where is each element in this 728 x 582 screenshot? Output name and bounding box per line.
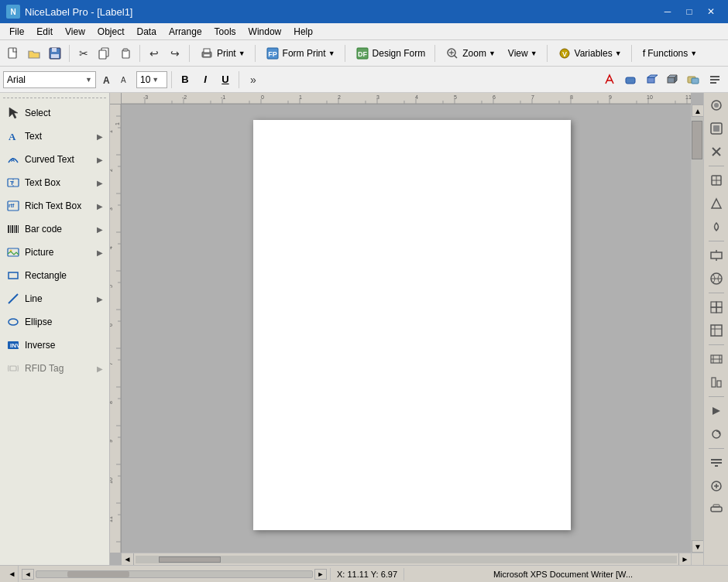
rp-btn-6[interactable] bbox=[706, 216, 727, 238]
format-extra-button[interactable] bbox=[705, 70, 725, 90]
view-dropdown-icon[interactable]: ▼ bbox=[531, 50, 537, 57]
shape3d-button[interactable] bbox=[641, 70, 661, 90]
menu-window[interactable]: Window bbox=[242, 25, 288, 39]
rp-btn-5[interactable] bbox=[706, 193, 727, 214]
maximize-button[interactable]: □ bbox=[678, 4, 700, 19]
rp-btn-10[interactable] bbox=[706, 320, 727, 341]
tool-rfid[interactable]: RFID Tag ▶ bbox=[0, 357, 109, 380]
font-size-input[interactable]: 10 ▼ bbox=[136, 71, 167, 88]
rp-btn-11[interactable] bbox=[706, 348, 727, 370]
menu-view[interactable]: View bbox=[59, 25, 91, 39]
font-selector[interactable]: Arial ▼ bbox=[3, 71, 96, 88]
ellipse-icon bbox=[6, 315, 20, 329]
close-button[interactable]: ✕ bbox=[700, 4, 722, 19]
tool-rectangle[interactable]: Rectangle bbox=[0, 264, 109, 287]
tool-text[interactable]: A Text ▶ bbox=[0, 125, 109, 148]
rp-btn-3[interactable] bbox=[706, 141, 727, 163]
copy-button[interactable] bbox=[94, 43, 115, 63]
rp-btn-2[interactable] bbox=[706, 118, 727, 139]
menu-edit[interactable]: Edit bbox=[30, 25, 59, 39]
tool-picture[interactable]: Picture ▶ bbox=[0, 241, 109, 264]
tool-inverse[interactable]: INV Inverse bbox=[0, 334, 109, 357]
hscroll-btn-right[interactable]: ► bbox=[314, 569, 327, 580]
form-print-button[interactable]: FP Form Print ▼ bbox=[259, 43, 341, 64]
menu-arrange[interactable]: Arrange bbox=[163, 25, 208, 39]
text-style-aa-button[interactable]: A bbox=[99, 71, 116, 88]
effect3d-button[interactable] bbox=[662, 70, 682, 90]
variables-button[interactable]: V Variables ▼ bbox=[551, 43, 627, 64]
toolbar-main: ✂ ↩ ↪ Print ▼ FP Form Print ▼ DF Design … bbox=[0, 40, 728, 67]
functions-button[interactable]: f Functions ▼ bbox=[636, 43, 705, 63]
tool-barcode[interactable]: Bar code ▶ bbox=[0, 217, 109, 241]
hscroll-btn-left[interactable]: ◄ bbox=[22, 569, 34, 580]
tool-text-box[interactable]: T Text Box ▶ bbox=[0, 171, 109, 194]
hscroll-track-status[interactable] bbox=[36, 570, 313, 578]
rp-btn-14[interactable] bbox=[706, 423, 727, 445]
zoom-button[interactable]: Zoom ▼ bbox=[439, 43, 501, 64]
hscroll-track[interactable] bbox=[136, 556, 677, 563]
underline-button[interactable]: U bbox=[216, 70, 235, 89]
tool-select[interactable]: Select bbox=[0, 101, 109, 125]
vscroll-track[interactable] bbox=[692, 117, 703, 540]
scroll-down-button[interactable]: ▼ bbox=[692, 540, 703, 553]
scroll-up-button[interactable]: ▲ bbox=[692, 104, 703, 117]
redo-button[interactable]: ↪ bbox=[165, 43, 185, 63]
color-button[interactable] bbox=[599, 70, 620, 90]
undo-button[interactable]: ↩ bbox=[144, 43, 164, 63]
object-button[interactable] bbox=[683, 70, 703, 90]
vertical-scrollbar[interactable]: ▲ ▼ bbox=[691, 104, 703, 553]
new-button[interactable] bbox=[3, 43, 23, 63]
zoom-dropdown-icon[interactable]: ▼ bbox=[489, 50, 496, 57]
minimize-button[interactable]: ─ bbox=[657, 4, 678, 19]
rp-btn-17[interactable] bbox=[706, 498, 727, 520]
hscroll-thumb-status[interactable] bbox=[67, 571, 129, 577]
hscroll-right-button[interactable]: ► bbox=[678, 553, 691, 566]
vscroll-thumb[interactable] bbox=[692, 121, 702, 159]
paste-button[interactable] bbox=[115, 43, 136, 63]
bold-button[interactable]: B bbox=[176, 70, 194, 89]
tool-curved-text[interactable]: A Curved Text ▶ bbox=[0, 148, 109, 171]
canvas-scroll[interactable] bbox=[122, 104, 691, 565]
svg-rect-48 bbox=[15, 225, 17, 233]
menu-help[interactable]: Help bbox=[287, 25, 319, 39]
print-button[interactable]: Print ▼ bbox=[194, 43, 251, 64]
font-dropdown-icon[interactable]: ▼ bbox=[85, 76, 92, 84]
menu-data[interactable]: Data bbox=[131, 25, 163, 39]
open-button[interactable] bbox=[24, 43, 44, 63]
tool-rich-text-box[interactable]: rtf Rich Text Box ▶ bbox=[0, 194, 109, 217]
menu-file[interactable]: File bbox=[3, 25, 30, 39]
rp-btn-7[interactable] bbox=[706, 245, 727, 266]
text-style-a-button[interactable]: A bbox=[116, 71, 133, 88]
italic-button[interactable]: I bbox=[196, 70, 215, 89]
hscroll-container[interactable]: ◄ ► bbox=[19, 566, 330, 582]
rp-btn-1[interactable] bbox=[706, 94, 727, 116]
save-button[interactable] bbox=[45, 43, 65, 63]
design-form-button[interactable]: DF Design Form bbox=[349, 43, 431, 64]
shape-button[interactable] bbox=[620, 70, 640, 90]
tool-line[interactable]: Line ▶ bbox=[0, 287, 109, 310]
horizontal-scrollbar[interactable]: ◄ ► bbox=[122, 553, 691, 565]
rp-btn-4[interactable] bbox=[706, 169, 727, 191]
tool-ellipse[interactable]: Ellipse bbox=[0, 310, 109, 334]
label-canvas[interactable] bbox=[253, 120, 571, 530]
tool-line-label: Line bbox=[25, 293, 43, 304]
font-size-dropdown-icon[interactable]: ▼ bbox=[152, 76, 159, 84]
menu-tools[interactable]: Tools bbox=[208, 25, 242, 39]
menu-object[interactable]: Object bbox=[91, 25, 131, 39]
variables-dropdown-icon[interactable]: ▼ bbox=[615, 50, 622, 57]
rp-btn-13[interactable] bbox=[706, 400, 727, 422]
rp-btn-8[interactable] bbox=[706, 268, 727, 289]
cut-button[interactable]: ✂ bbox=[74, 43, 94, 63]
functions-dropdown-icon[interactable]: ▼ bbox=[690, 50, 697, 57]
more-options-button[interactable]: » bbox=[243, 70, 263, 90]
view-button[interactable]: View ▼ bbox=[503, 43, 543, 64]
hscroll-thumb[interactable] bbox=[159, 556, 221, 563]
rp-btn-16[interactable] bbox=[706, 475, 727, 497]
form-print-dropdown-icon[interactable]: ▼ bbox=[328, 50, 335, 57]
ruler-vertical: 1 bbox=[110, 104, 122, 553]
print-dropdown-icon[interactable]: ▼ bbox=[239, 50, 246, 57]
rp-btn-12[interactable] bbox=[706, 371, 727, 393]
rp-btn-9[interactable] bbox=[706, 296, 727, 318]
hscroll-left-button[interactable]: ◄ bbox=[122, 553, 134, 566]
rp-btn-15[interactable] bbox=[706, 452, 727, 474]
